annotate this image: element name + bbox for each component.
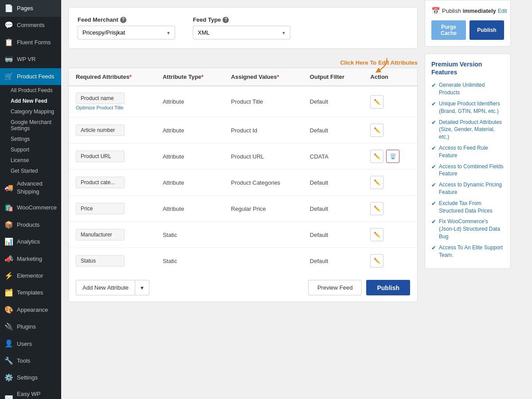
premium-feature-item: ✔ Access To An Elite Support Team.	[431, 244, 504, 259]
woocommerce-icon: 🛍️	[4, 203, 13, 213]
attr-name-cell: Manufacturer	[69, 222, 156, 248]
col-output-filter: Output Filter	[303, 68, 363, 86]
assigned-value-cell: Product URL	[224, 143, 303, 170]
sidebar-sub-support[interactable]: Support	[6, 144, 61, 155]
optimize-product-title-link[interactable]: Optimize Product Title	[76, 105, 124, 110]
edit-row-button[interactable]: ✏️	[370, 254, 383, 267]
sidebar-sub-add-new-feed[interactable]: Add New Feed	[6, 96, 61, 106]
premium-feature-link[interactable]: Access to Combined Fields Feature	[439, 163, 504, 178]
feed-type-select-wrapper: XML CSV TSV JSON	[193, 26, 290, 39]
premium-feature-item: ✔ Generate Unlimited Products	[431, 81, 504, 97]
edit-row-button[interactable]: ✏️	[370, 176, 383, 189]
sidebar-item-marketing[interactable]: 📣 Marketing	[0, 251, 61, 267]
sidebar-item-templates[interactable]: 🗂️ Templates	[0, 284, 61, 301]
feed-merchant-label: Feed Merchant ?	[78, 16, 175, 23]
attr-name-box: Status	[76, 255, 125, 267]
feed-type-select[interactable]: XML CSV TSV JSON	[193, 26, 290, 39]
action-cell: ✏️	[363, 117, 417, 143]
premium-feature-link[interactable]: Access to Feed Rule Feature	[439, 144, 504, 159]
col-assigned-values: Assigned Values*	[224, 68, 303, 86]
fluent-forms-icon: 📋	[4, 38, 13, 47]
sidebar-item-users[interactable]: 👤 Users	[0, 335, 61, 352]
sidebar-sub-google-merchant[interactable]: Google Merchant Settings	[6, 117, 61, 134]
sidebar-item-wp-vr[interactable]: 🥽 WP VR	[0, 51, 61, 68]
easy-wp-smtp-icon: ✉️	[4, 393, 13, 399]
premium-feature-link[interactable]: Generate Unlimited Products	[439, 81, 504, 97]
products-icon: 📦	[4, 220, 13, 230]
premium-feature-link[interactable]: Access To An Elite Support Team.	[439, 244, 504, 259]
edit-row-button[interactable]: ✏️	[370, 95, 383, 108]
preview-feed-button[interactable]: Preview Feed	[308, 280, 362, 295]
users-icon: 👤	[4, 339, 13, 349]
appearance-icon: 🎨	[4, 305, 13, 315]
feed-config-box: Feed Merchant ? Pricespy/Prisjkat Google…	[68, 7, 418, 49]
add-new-attribute-label: Add New Attribute	[76, 280, 135, 295]
publish-box-publish-button[interactable]: Publish	[469, 20, 504, 40]
publish-edit-link[interactable]: Edit	[498, 8, 507, 14]
sidebar-sub-license[interactable]: License	[6, 155, 61, 166]
action-icons: ✏️	[370, 254, 410, 267]
premium-feature-link[interactable]: Unique Product Identifiers (Brand, GTIN,…	[439, 100, 504, 115]
attr-name-box: Article number	[76, 124, 125, 136]
table-row: Article numberAttributeProduct IdDefault…	[69, 117, 417, 143]
edit-row-button[interactable]: ✏️	[370, 228, 383, 241]
sidebar-sub-settings[interactable]: Settings	[6, 134, 61, 144]
feed-type-help-icon[interactable]: ?	[223, 17, 229, 23]
premium-feature-item: ✔ Exclude Tax From Structured Data Price…	[431, 200, 504, 215]
sidebar-item-advanced-shipping[interactable]: 🚚 Advanced Shipping	[0, 176, 61, 199]
sidebar-item-fluent-forms[interactable]: 📋 Fluent Forms	[0, 34, 61, 51]
table-row: Product cate...AttributeProduct Categori…	[69, 170, 417, 196]
feed-type-field: Feed Type ? XML CSV TSV JSON	[193, 16, 290, 39]
premium-feature-link[interactable]: Exclude Tax From Structured Data Prices	[439, 200, 504, 215]
action-cell: ✏️	[363, 196, 417, 222]
premium-feature-item: ✔ Detailed Product Attributes (Size, Gen…	[431, 119, 504, 141]
sidebar-item-easy-wp-smtp[interactable]: ✉️ Easy WP SMTP	[0, 387, 61, 399]
edit-row-button[interactable]: ✏️	[370, 124, 383, 137]
sidebar-item-product-feeds[interactable]: 🛒 Product Feeds	[0, 68, 61, 85]
action-icons: ✏️🗑️	[370, 150, 410, 163]
edit-row-button[interactable]: ✏️	[370, 150, 383, 163]
table-row: Product nameOptimize Product TitleAttrib…	[69, 86, 417, 117]
main-content: Feed Merchant ? Pricespy/Prisjkat Google…	[61, 0, 532, 399]
sidebar-item-elementor[interactable]: ⚡ Elementor	[0, 267, 61, 284]
premium-feature-item: ✔ Access to Feed Rule Feature	[431, 144, 504, 159]
publish-button[interactable]: Publish	[366, 280, 410, 295]
premium-check-icon: ✔	[431, 145, 436, 151]
advanced-shipping-icon: 🚚	[4, 183, 13, 193]
sidebar-item-comments[interactable]: 💬 Comments	[0, 17, 61, 34]
sidebar-item-tools[interactable]: 🔧 Tools	[0, 353, 61, 369]
sidebar-item-appearance[interactable]: 🎨 Appearance	[0, 302, 61, 318]
settings-icon: ⚙️	[4, 373, 13, 383]
table-row: StatusStaticDefault✏️	[69, 248, 417, 274]
sidebar-item-analytics[interactable]: 📊 Analytics	[0, 233, 61, 250]
premium-check-icon: ✔	[431, 244, 436, 251]
plugins-icon: 🔌	[4, 322, 13, 332]
pages-icon: 📄	[4, 4, 13, 13]
delete-row-button[interactable]: 🗑️	[386, 150, 399, 163]
premium-check-icon: ✔	[431, 163, 436, 170]
assigned-value-cell: Product Categories	[224, 170, 303, 196]
edit-row-button[interactable]: ✏️	[370, 202, 383, 215]
attr-name-cell: Article number	[69, 117, 156, 143]
sidebar-sub-get-started[interactable]: Get Started	[6, 166, 61, 176]
premium-feature-link[interactable]: Fix WooCommerce's (Json-Ld) Structured D…	[439, 218, 504, 240]
feed-merchant-select[interactable]: Pricespy/Prisjkat Google Shopping Facebo…	[78, 26, 175, 39]
action-cell: ✏️	[363, 248, 417, 274]
calendar-icon: 📅	[431, 7, 440, 15]
premium-feature-link[interactable]: Access to Dynamic Pricing Feature	[439, 181, 504, 196]
sidebar-item-woocommerce[interactable]: 🛍️ WooCommerce	[0, 199, 61, 216]
sidebar-item-plugins[interactable]: 🔌 Plugins	[0, 318, 61, 335]
premium-features-list: ✔ Generate Unlimited Products ✔ Unique P…	[431, 81, 504, 259]
sidebar: 📄 Pages 💬 Comments 📋 Fluent Forms 🥽 WP V…	[0, 0, 61, 399]
premium-feature-link[interactable]: Detailed Product Attributes (Size, Gende…	[439, 119, 504, 141]
sidebar-item-settings[interactable]: ⚙️ Settings	[0, 369, 61, 386]
sidebar-sub-category-mapping[interactable]: Category Mapping	[6, 106, 61, 117]
add-new-attribute-button[interactable]: Add New Attribute ▼	[76, 280, 149, 295]
sidebar-item-products[interactable]: 📦 Products	[0, 217, 61, 233]
sidebar-item-pages[interactable]: 📄 Pages	[0, 0, 61, 17]
feed-merchant-help-icon[interactable]: ?	[120, 17, 126, 23]
output-filter-cell: Default	[303, 170, 363, 196]
sidebar-sub-all-feeds[interactable]: All Product Feeds	[6, 85, 61, 96]
premium-feature-item: ✔ Unique Product Identifiers (Brand, GTI…	[431, 100, 504, 115]
purge-cache-button[interactable]: Purge Cache	[431, 20, 466, 40]
